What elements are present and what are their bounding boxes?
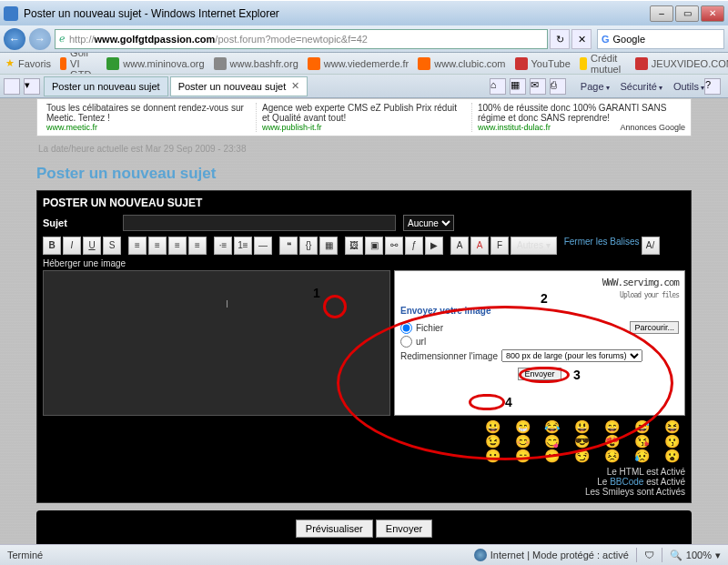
- bookmark-item[interactable]: www.mininova.org: [106, 57, 204, 70]
- upload-label-url: url: [416, 337, 426, 347]
- table-button[interactable]: ▦: [319, 237, 338, 255]
- content-area: Tous les célibataires se donnent rendez-…: [0, 98, 728, 544]
- favorites-button[interactable]: ★Favoris: [5, 57, 51, 69]
- bold-button[interactable]: B: [43, 237, 61, 255]
- address-bar: ← → ℯ http:// www.golfgtdpassion.com /po…: [0, 25, 728, 53]
- subject-input[interactable]: [123, 215, 396, 231]
- help-icon[interactable]: ?: [704, 78, 721, 95]
- ie-icon: [4, 6, 18, 21]
- url-field[interactable]: ℯ http:// www.golfgtdpassion.com /post.f…: [55, 29, 548, 49]
- upload-box: WWW.servimg.comUpload your files Envoyez…: [394, 270, 685, 416]
- post-panel: POSTER UN NOUVEAU SUJET Sujet Aucune B I…: [36, 190, 692, 503]
- minimize-button[interactable]: –: [650, 5, 673, 22]
- date-line: La date/heure actuelle est Mar 29 Sep 20…: [36, 140, 692, 159]
- video-button[interactable]: ▶: [425, 237, 443, 255]
- bookmarks-bar: ★Favoris Golf VI GTD www.mininova.org ww…: [0, 53, 728, 75]
- tab-list-icon[interactable]: ▾: [24, 78, 40, 95]
- text-cursor-icon: I: [226, 298, 228, 309]
- category-select[interactable]: Aucune: [403, 215, 454, 231]
- mail-icon[interactable]: ✉: [530, 78, 546, 95]
- panel-title: POSTER UN NOUVEAU SUJET: [43, 197, 685, 209]
- status-mode: Internet | Mode protégé : activé: [490, 550, 629, 560]
- upload-title: Envoyez votre image: [400, 306, 679, 316]
- message-editor[interactable]: I: [43, 270, 390, 416]
- resize-select[interactable]: 800 px de large (pour les forums): [501, 349, 642, 362]
- strike-button[interactable]: S: [103, 237, 121, 255]
- status-left: Terminé: [7, 550, 43, 560]
- quick-tabs-icon[interactable]: [4, 78, 20, 95]
- cmd-security[interactable]: Sécurité▾: [621, 81, 662, 92]
- search-box[interactable]: GGoogle: [597, 29, 724, 49]
- protected-mode-icon[interactable]: 🛡: [644, 550, 654, 560]
- list-ol-button[interactable]: 1≡: [234, 237, 252, 255]
- bookmark-item[interactable]: www.bashfr.org: [214, 57, 298, 70]
- resize-label: Redimensionner l'image: [400, 351, 498, 361]
- list-ul-button[interactable]: ∙≡: [214, 237, 232, 255]
- window-titlebar: Poster un nouveau sujet - Windows Intern…: [0, 0, 728, 25]
- back-button[interactable]: ←: [4, 28, 25, 50]
- ads-provider: Annonces Google: [620, 123, 685, 132]
- toggle-editor-button[interactable]: A/: [642, 237, 660, 255]
- italic-button[interactable]: I: [63, 237, 81, 255]
- bookmark-item[interactable]: YouTube: [515, 57, 571, 70]
- link-button[interactable]: ⚯: [385, 237, 403, 255]
- editor-status: Le HTML est Activé Le BBCode est Activé …: [43, 467, 685, 497]
- bookmark-item[interactable]: www.clubic.com: [418, 57, 505, 70]
- feeds-icon[interactable]: ▦: [510, 78, 526, 95]
- tab-bar: ▾ Poster un nouveau sujet Poster un nouv…: [0, 75, 728, 98]
- bookmark-item[interactable]: Golf VI GTD: [60, 53, 97, 75]
- submit-button[interactable]: Envoyer: [376, 520, 432, 538]
- bookmark-item[interactable]: Crédit mutuel: [580, 53, 626, 75]
- font-color-button[interactable]: A: [470, 237, 489, 255]
- globe-icon: [474, 549, 487, 561]
- url-protocol: http://: [69, 34, 95, 45]
- browse-button[interactable]: Parcourir...: [630, 321, 679, 334]
- tab-close-icon[interactable]: ✕: [291, 80, 299, 92]
- editor-toolbar: B I U S ≡ ≡ ≡ ≡ ∙≡ 1≡ — ❝ {} ▦ 🖼 ▣: [43, 237, 685, 255]
- align-left-button[interactable]: ≡: [128, 237, 147, 255]
- font-face-button[interactable]: F: [490, 237, 509, 255]
- flash-button[interactable]: ƒ: [405, 237, 423, 255]
- close-button[interactable]: ✕: [701, 5, 724, 22]
- ad-row: Tous les célibataires se donnent rendez-…: [36, 98, 692, 136]
- align-right-button[interactable]: ≡: [168, 237, 187, 255]
- align-center-button[interactable]: ≡: [148, 237, 167, 255]
- cmd-page[interactable]: Page▾: [581, 81, 610, 92]
- upload-radio-file[interactable]: [400, 322, 412, 334]
- submit-panel: Prévisualiser Envoyer: [36, 510, 692, 544]
- others-dropdown[interactable]: Autres ▾: [511, 237, 557, 255]
- cmd-tools[interactable]: Outils▾: [673, 81, 704, 92]
- url-path: /post.forum?mode=newtopic&f=42: [215, 34, 368, 45]
- forward-button[interactable]: →: [29, 28, 51, 50]
- justify-button[interactable]: ≡: [188, 237, 207, 255]
- upload-radio-url[interactable]: [400, 336, 412, 348]
- close-tags-link[interactable]: Fermer les Balises: [564, 237, 640, 255]
- home-icon[interactable]: ⌂: [490, 78, 506, 95]
- zoom-control[interactable]: 🔍 100% ▾: [670, 550, 721, 561]
- upload-submit-button[interactable]: Envoyer: [518, 368, 561, 380]
- bookmark-item[interactable]: JEUXVIDEO.COM: [635, 57, 728, 70]
- hr-button[interactable]: —: [254, 237, 272, 255]
- maximize-button[interactable]: ▭: [675, 5, 699, 22]
- ad-cell[interactable]: Agence web experte CMS eZ Publish Prix r…: [257, 103, 472, 132]
- quote-button[interactable]: ❝: [279, 237, 298, 255]
- status-bar: Terminé Internet | Mode protégé : activé…: [0, 544, 728, 565]
- code-button[interactable]: {}: [299, 237, 318, 255]
- preview-button[interactable]: Prévisualiser: [296, 520, 373, 538]
- ad-cell[interactable]: Tous les célibataires se donnent rendez-…: [41, 103, 257, 132]
- underline-button[interactable]: U: [83, 237, 101, 255]
- smileys-panel: 😀 😁 😂 😃 😄 😅 😆 😉 😊 😋 😎 😍 😘 😗 😐 😑 😶 😏 😣 😥 …: [43, 419, 685, 463]
- page-heading: Poster un nouveau sujet: [36, 165, 692, 183]
- font-size-button[interactable]: A: [450, 237, 469, 255]
- refresh-button[interactable]: ↻: [550, 29, 570, 49]
- print-icon[interactable]: ⎙: [550, 78, 566, 95]
- tab-1[interactable]: Poster un nouveau sujet: [44, 76, 168, 96]
- bookmark-item[interactable]: www.viedemerde.fr: [308, 57, 410, 70]
- image-button[interactable]: ▣: [365, 237, 383, 255]
- host-image-button[interactable]: 🖼: [345, 237, 363, 255]
- search-provider: Google: [613, 34, 645, 45]
- window-title: Poster un nouveau sujet - Windows Intern…: [24, 7, 650, 20]
- ad-cell[interactable]: 100% de réussite donc 100% GARANTI SANS …: [472, 103, 687, 132]
- tab-2[interactable]: Poster un nouveau sujet✕: [170, 76, 308, 96]
- stop-button[interactable]: ✕: [571, 29, 592, 49]
